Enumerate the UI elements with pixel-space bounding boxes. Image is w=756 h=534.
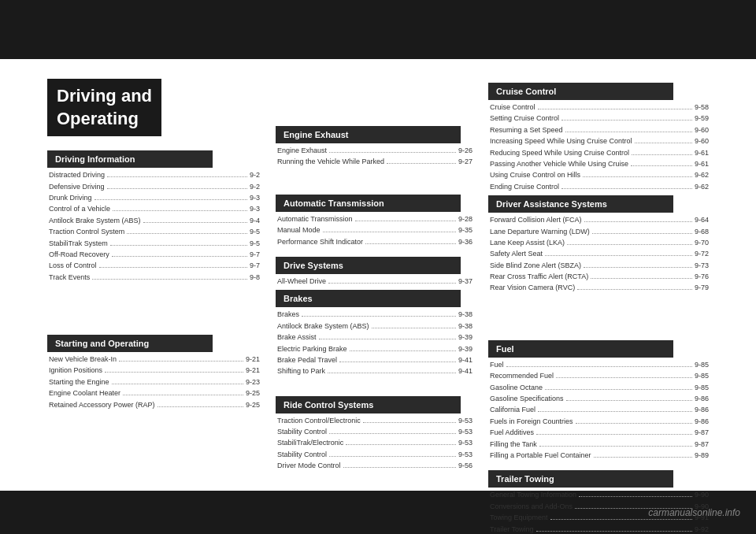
engine-exhaust-label[interactable]: Engine Exhaust xyxy=(276,126,461,143)
list-item: Electric Parking Brake 9-39 xyxy=(277,343,472,354)
brakes-block: Brakes Brakes 9-38 Antilock Brake System… xyxy=(276,290,472,376)
spacer xyxy=(276,250,472,257)
columns-container: Driving and Operating Driving Informatio… xyxy=(47,79,709,471)
fuel-block: Fuel Fuel 9-85 Recommended Fuel 9-85 xyxy=(488,340,709,462)
engine-exhaust-subitems: Engine Exhaust 9-26 Running the Vehicle … xyxy=(277,145,472,168)
list-item: Track Events 9-8 xyxy=(49,272,260,283)
list-item: Gasoline Specifications 9-86 xyxy=(490,393,709,404)
list-item: Brakes 9-38 xyxy=(277,309,472,320)
list-item: Antilock Brake System (ABS) 9-4 xyxy=(49,215,260,226)
spacer xyxy=(276,380,472,396)
drive-systems-subitems: All-Wheel Drive 9-37 xyxy=(277,276,472,287)
list-item: Setting Cruise Control 9-59 xyxy=(490,113,709,124)
list-item: Defensive Driving 9-2 xyxy=(49,181,260,192)
list-item: Reducing Speed While Using Cruise Contro… xyxy=(490,147,709,158)
automatic-transmission-block: Automatic Transmission Automatic Transmi… xyxy=(276,195,472,247)
list-item: Fuel Additives 9-87 xyxy=(490,427,709,438)
list-item: Trailer Towing 9-92 xyxy=(490,524,709,534)
list-item: Lane Keep Assist (LKA) 9-70 xyxy=(490,237,709,248)
list-item: Ignition Positions 9-21 xyxy=(49,365,260,376)
list-item: StabiliTrak/Electronic 9-53 xyxy=(277,437,472,448)
col-right: Cruise Control Cruise Control 9-58 Setti… xyxy=(480,79,709,471)
list-item: Increasing Speed While Using Cruise Cont… xyxy=(490,135,709,146)
list-item: Recommended Fuel 9-85 xyxy=(490,370,709,381)
ride-control-subitems: Traction Control/Electronic 9-53 Stabili… xyxy=(277,415,472,472)
list-item: Using Cruise Control on Hills 9-62 xyxy=(490,169,709,180)
starting-operating-subitems: New Vehicle Break-In 9-21 Ignition Posit… xyxy=(49,354,260,410)
cruise-control-block: Cruise Control Cruise Control 9-58 Setti… xyxy=(488,83,709,192)
list-item: Drunk Driving 9-3 xyxy=(49,192,260,203)
list-item: Driver Mode Control 9-56 xyxy=(277,460,472,471)
list-item: Fuel 9-85 xyxy=(490,359,709,370)
list-item: Filling a Portable Fuel Container 9-89 xyxy=(490,450,709,461)
drive-systems-block: Drive Systems All-Wheel Drive 9-37 xyxy=(276,257,472,287)
list-item: Traction Control System 9-5 xyxy=(49,226,260,237)
list-item: Starting the Engine 9-23 xyxy=(49,376,260,388)
list-item: Brake Assist 9-39 xyxy=(277,332,472,343)
brakes-label[interactable]: Brakes xyxy=(276,290,461,307)
brakes-subitems: Brakes 9-38 Antilock Brake System (ABS) … xyxy=(277,309,472,376)
spacer xyxy=(276,171,472,195)
list-item: Shifting to Park 9-41 xyxy=(277,365,472,376)
list-item: Brake Pedal Travel 9-41 xyxy=(277,354,472,365)
list-item: Antilock Brake System (ABS) 9-38 xyxy=(277,321,472,332)
col-mid: Engine Exhaust Engine Exhaust 9-26 Runni… xyxy=(268,79,480,471)
driver-assistance-block: Driver Assistance Systems Forward Collis… xyxy=(488,195,709,294)
driving-information-label[interactable]: Driving Information xyxy=(47,150,213,168)
top-bar xyxy=(0,0,756,59)
list-item: Filling the Tank 9-87 xyxy=(490,439,709,450)
list-item: Retained Accessory Power (RAP) 9-25 xyxy=(49,399,260,410)
list-item: General Towing Information 9-90 xyxy=(490,489,709,500)
list-item: Traction Control/Electronic 9-53 xyxy=(277,415,472,426)
list-item: Side Blind Zone Alert (SBZA) 9-73 xyxy=(490,260,709,271)
list-item: Engine Exhaust 9-26 xyxy=(277,145,472,156)
list-item: Stability Control 9-53 xyxy=(277,449,472,460)
cruise-control-label[interactable]: Cruise Control xyxy=(488,83,673,100)
spacer xyxy=(47,286,260,335)
driver-assistance-label[interactable]: Driver Assistance Systems xyxy=(488,195,673,213)
fuel-label[interactable]: Fuel xyxy=(488,340,673,358)
list-item: New Vehicle Break-In 9-21 xyxy=(49,354,260,365)
list-item: Towing Equipment 9-91 xyxy=(490,512,709,523)
list-item: Conversions and Add-Ons 9-90 xyxy=(490,501,709,512)
spacer xyxy=(276,79,472,126)
list-item: Running the Vehicle While Parked 9-27 xyxy=(277,156,472,167)
page: carmanualsonline.info Driving and Operat… xyxy=(0,0,756,534)
trailer-towing-subitems: General Towing Information 9-90 Conversi… xyxy=(490,489,709,534)
section-title: Driving and Operating xyxy=(47,79,161,136)
list-item: Forward Collision Alert (FCA) 9-64 xyxy=(490,214,709,225)
drive-systems-label[interactable]: Drive Systems xyxy=(276,257,461,274)
list-item: Ending Cruise Control 9-62 xyxy=(490,181,709,192)
list-item: Distracted Driving 9-2 xyxy=(49,169,260,180)
list-item: Lane Departure Warning (LDW) 9-68 xyxy=(490,226,709,237)
list-item: Loss of Control 9-7 xyxy=(49,260,260,271)
list-item: Passing Another Vehicle While Using Crui… xyxy=(490,158,709,169)
starting-operating-label[interactable]: Starting and Operating xyxy=(47,335,213,352)
list-item: Cruise Control 9-58 xyxy=(490,102,709,113)
list-item: Off-Road Recovery 9-7 xyxy=(49,249,260,260)
col-left: Driving and Operating Driving Informatio… xyxy=(47,79,268,471)
spacer xyxy=(488,464,709,470)
ride-control-label[interactable]: Ride Control Systems xyxy=(276,396,461,413)
list-item: All-Wheel Drive 9-37 xyxy=(277,276,472,287)
list-item: Performance Shift Indicator 9-36 xyxy=(277,236,472,247)
list-item: Engine Coolant Heater 9-25 xyxy=(49,388,260,399)
list-item: Stability Control 9-53 xyxy=(277,426,472,437)
list-item: Gasoline Octane 9-85 xyxy=(490,382,709,393)
list-item: StabiliTrak System 9-5 xyxy=(49,238,260,249)
cruise-control-subitems: Cruise Control 9-58 Setting Cruise Contr… xyxy=(490,102,709,192)
driving-information-subitems: Distracted Driving 9-2 Defensive Driving… xyxy=(49,169,260,283)
list-item: Control of a Vehicle 9-3 xyxy=(49,203,260,214)
list-item: California Fuel 9-86 xyxy=(490,404,709,415)
list-item: Automatic Transmission 9-28 xyxy=(277,213,472,224)
driving-information-block: Driving Information Distracted Driving 9… xyxy=(47,150,260,283)
starting-operating-block: Starting and Operating New Vehicle Break… xyxy=(47,335,260,410)
list-item: Rear Cross Traffic Alert (RCTA) 9-76 xyxy=(490,271,709,282)
engine-exhaust-block: Engine Exhaust Engine Exhaust 9-26 Runni… xyxy=(276,126,472,168)
automatic-transmission-label[interactable]: Automatic Transmission xyxy=(276,195,461,212)
list-item: Safety Alert Seat 9-72 xyxy=(490,248,709,259)
list-item: Manual Mode 9-35 xyxy=(277,224,472,235)
trailer-towing-label[interactable]: Trailer Towing xyxy=(488,470,673,488)
driver-assistance-subitems: Forward Collision Alert (FCA) 9-64 Lane … xyxy=(490,214,709,294)
automatic-transmission-subitems: Automatic Transmission 9-28 Manual Mode … xyxy=(277,213,472,247)
